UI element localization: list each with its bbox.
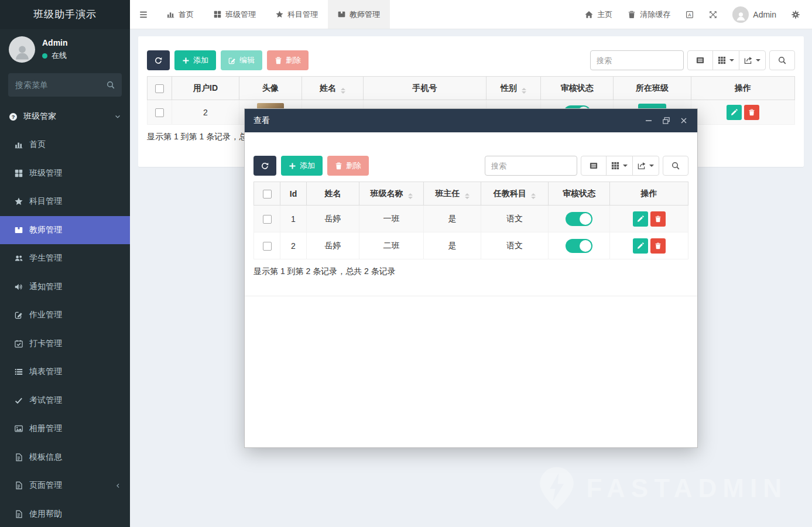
sidebar-item-homework[interactable]: 作业管理 <box>0 301 130 330</box>
sidebar-toggle-button[interactable] <box>130 0 157 29</box>
column-header[interactable]: 班级名称 <box>359 182 424 206</box>
fullscreen-button[interactable] <box>701 0 725 29</box>
file-icon <box>15 481 23 490</box>
caret-down-icon <box>623 165 628 167</box>
table-row: 2岳婷二班是语文 <box>254 232 688 259</box>
columns-button[interactable] <box>712 50 739 70</box>
clear-cache-link[interactable]: 清除缓存 <box>620 0 678 29</box>
export-button[interactable] <box>739 50 766 70</box>
search-icon <box>778 56 786 64</box>
column-header[interactable]: 任教科目 <box>481 182 549 206</box>
table-search-input[interactable] <box>590 50 684 70</box>
sidebar-item-exam[interactable]: 考试管理 <box>0 386 130 415</box>
minimize-button[interactable] <box>645 117 653 125</box>
sidebar-item-student[interactable]: 学生管理 <box>0 244 130 273</box>
sidebar-item-page[interactable]: 页面管理 <box>0 471 130 500</box>
refresh-button[interactable] <box>147 50 170 70</box>
language-icon: A <box>686 11 694 19</box>
row-checkbox[interactable] <box>263 242 272 251</box>
row-checkbox[interactable] <box>155 108 164 117</box>
close-button[interactable] <box>680 117 688 125</box>
cell-head-teacher: 是 <box>424 232 481 259</box>
column-header: 所在班级 <box>614 77 691 100</box>
sidebar-item-template[interactable]: 模板信息 <box>0 443 130 472</box>
status-toggle[interactable] <box>566 239 592 253</box>
column-header[interactable]: 性别 <box>486 77 541 100</box>
search-icon[interactable] <box>107 81 115 89</box>
row-edit-button[interactable] <box>633 238 648 254</box>
file-icon <box>15 453 23 461</box>
menu-search-input[interactable] <box>8 73 122 97</box>
sidebar-item-subject[interactable]: 科目管理 <box>0 187 130 216</box>
add-button[interactable]: 添加 <box>281 156 323 176</box>
row-delete-button[interactable] <box>744 105 759 120</box>
tab-home[interactable]: 首页 <box>157 0 204 29</box>
sort-carets-icon <box>531 193 536 199</box>
checkbox[interactable] <box>263 190 272 199</box>
tab-teacher[interactable]: 教师管理 <box>328 0 390 29</box>
sidebar-item-notice[interactable]: 通知管理 <box>0 273 130 302</box>
brand-title: 班级助手演示 <box>0 0 130 29</box>
dialog-titlebar[interactable]: 查看 <box>245 109 697 132</box>
sidebar-item-class[interactable]: 班级管理 <box>0 159 130 188</box>
tab-subject[interactable]: 科目管理 <box>266 0 328 29</box>
row-checkbox[interactable] <box>263 215 272 224</box>
cell-name: 岳婷 <box>307 232 359 259</box>
column-header: Id <box>280 182 307 206</box>
column-header[interactable]: 姓名 <box>302 77 364 100</box>
status-toggle[interactable] <box>566 212 592 226</box>
select-all-checkbox[interactable] <box>148 77 172 100</box>
sidebar-item-home[interactable]: 首页 <box>0 131 130 159</box>
export-button[interactable] <box>632 156 659 176</box>
refresh-icon <box>261 162 269 170</box>
sidebar-item-label: 考试管理 <box>29 395 62 406</box>
modal-record-summary: 显示第 1 到第 2 条记录，总共 2 条记录 <box>253 266 688 277</box>
main-toolbar: 添加 编辑 删除 <box>147 50 309 70</box>
tab-label: 班级管理 <box>225 9 256 20</box>
sidebar-group-classes[interactable]: ? 班级管家 <box>0 102 130 131</box>
column-header: 操作 <box>610 182 688 206</box>
settings-button[interactable] <box>784 0 807 29</box>
toggle-view-button[interactable] <box>581 156 607 176</box>
edit-button[interactable]: 编辑 <box>221 50 262 70</box>
maximize-button[interactable] <box>662 117 671 125</box>
row-delete-button[interactable] <box>650 238 666 254</box>
list-alt-icon <box>590 162 598 170</box>
home-link[interactable]: 主页 <box>577 0 620 29</box>
delete-button[interactable]: 删除 <box>267 50 309 70</box>
toggle-view-button[interactable] <box>687 50 713 70</box>
row-edit-button[interactable] <box>633 211 648 227</box>
table-search-input[interactable] <box>485 156 577 176</box>
sidebar-item-form[interactable]: 填表管理 <box>0 358 130 386</box>
sort-carets-icon <box>408 193 413 199</box>
search-button[interactable] <box>769 50 795 70</box>
minimize-icon <box>645 117 653 125</box>
sidebar-item-teacher[interactable]: 教师管理 <box>0 216 130 245</box>
delete-button[interactable]: 删除 <box>327 156 369 176</box>
row-edit-button[interactable] <box>727 105 742 120</box>
column-header[interactable]: 班主任 <box>424 182 481 206</box>
checkbox[interactable] <box>155 84 164 93</box>
question-circle-icon: ? <box>9 112 18 121</box>
add-button[interactable]: 添加 <box>174 50 216 70</box>
topbar-user-label: Admin <box>753 10 776 19</box>
sidebar-item-help[interactable]: 使用帮助 <box>0 500 130 527</box>
sidebar-menu: 首页班级管理科目管理教师管理学生管理通知管理作业管理打卡管理填表管理考试管理相册… <box>0 131 130 527</box>
id-card-icon <box>15 226 23 234</box>
column-header: 操作 <box>691 77 795 100</box>
sort-carets-icon <box>465 193 470 199</box>
tab-class[interactable]: 班级管理 <box>204 0 266 29</box>
topbar-user-menu[interactable]: Admin <box>725 0 784 29</box>
select-all-checkbox[interactable] <box>254 182 280 206</box>
topbar-avatar <box>732 6 749 23</box>
refresh-button[interactable] <box>253 156 276 176</box>
language-button[interactable]: A <box>678 0 701 29</box>
columns-button[interactable] <box>606 156 633 176</box>
trash-icon <box>628 11 636 19</box>
svg-text:A: A <box>688 12 692 18</box>
sidebar-item-checkin[interactable]: 打卡管理 <box>0 330 130 358</box>
dialog-body: 添加 删除 Id姓名班级名称班主任任教科目审核状态操作 1岳婷一班是语文2岳婷二… <box>245 132 697 305</box>
row-delete-button[interactable] <box>650 211 666 227</box>
sidebar-item-album[interactable]: 相册管理 <box>0 415 130 443</box>
search-button[interactable] <box>663 156 688 176</box>
